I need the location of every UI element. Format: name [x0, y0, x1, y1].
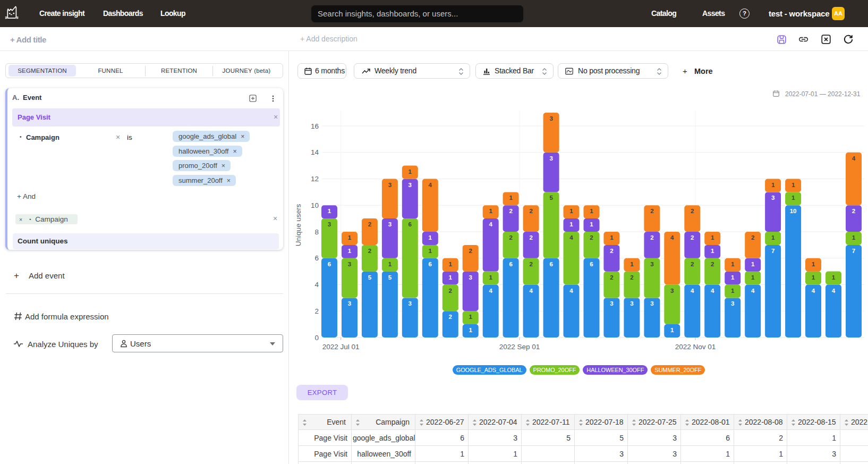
svg-text:3: 3	[731, 300, 734, 307]
svg-text:1: 1	[852, 234, 856, 241]
svg-text:2: 2	[529, 261, 532, 267]
svg-text:1: 1	[449, 261, 453, 267]
svg-text:1: 1	[409, 168, 412, 175]
svg-text:1: 1	[388, 261, 392, 267]
svg-text:3: 3	[348, 261, 351, 267]
svg-text:2: 2	[610, 248, 613, 254]
svg-text:1: 1	[711, 248, 714, 254]
svg-text:6: 6	[509, 261, 512, 267]
svg-text:1: 1	[751, 261, 755, 267]
svg-text:3: 3	[630, 300, 633, 307]
svg-text:1: 1	[569, 208, 573, 214]
svg-text:6: 6	[328, 261, 331, 267]
svg-text:10: 10	[790, 208, 797, 214]
svg-text:1: 1	[469, 314, 472, 320]
svg-text:2: 2	[509, 234, 512, 241]
svg-text:4: 4	[429, 182, 432, 188]
svg-text:4: 4	[569, 234, 573, 241]
svg-text:4: 4	[751, 288, 755, 294]
svg-text:6: 6	[590, 261, 593, 267]
svg-text:4: 4	[691, 288, 694, 294]
svg-text:1: 1	[489, 208, 492, 214]
svg-text:1: 1	[751, 274, 755, 281]
svg-text:0: 0	[314, 334, 319, 342]
svg-text:4: 4	[529, 288, 533, 294]
svg-text:2022 Nov 01: 2022 Nov 01	[675, 343, 716, 351]
svg-text:4: 4	[812, 288, 815, 294]
svg-text:1: 1	[731, 261, 735, 267]
svg-text:1: 1	[509, 195, 513, 201]
svg-text:3: 3	[771, 195, 775, 201]
svg-text:2: 2	[691, 261, 694, 267]
svg-text:4: 4	[832, 288, 836, 294]
svg-text:3: 3	[610, 300, 613, 307]
svg-text:1: 1	[711, 234, 714, 241]
svg-text:3: 3	[328, 221, 331, 227]
svg-text:1: 1	[469, 327, 472, 333]
svg-text:4: 4	[711, 288, 714, 294]
svg-text:4: 4	[489, 288, 492, 294]
svg-text:1: 1	[449, 274, 453, 281]
svg-text:5: 5	[388, 274, 392, 281]
svg-text:2: 2	[691, 234, 694, 241]
svg-text:6: 6	[549, 261, 552, 267]
svg-text:2: 2	[650, 208, 653, 214]
svg-text:1: 1	[489, 274, 492, 281]
svg-text:7: 7	[852, 248, 855, 254]
svg-text:1: 1	[792, 195, 795, 201]
svg-text:2022 Sep 01: 2022 Sep 01	[499, 343, 540, 351]
svg-text:2: 2	[711, 261, 714, 267]
svg-text:1: 1	[348, 234, 352, 241]
svg-text:7: 7	[771, 248, 775, 254]
svg-text:1: 1	[590, 221, 593, 227]
svg-text:5: 5	[368, 274, 372, 281]
svg-text:2: 2	[509, 208, 512, 214]
svg-text:2: 2	[529, 208, 532, 214]
svg-text:1: 1	[771, 182, 775, 188]
svg-text:1: 1	[670, 327, 674, 333]
svg-text:4: 4	[670, 234, 674, 241]
svg-text:6: 6	[314, 254, 319, 262]
svg-text:2: 2	[449, 314, 452, 320]
svg-text:2: 2	[650, 234, 653, 241]
svg-text:3: 3	[650, 300, 653, 307]
svg-text:4: 4	[852, 155, 856, 162]
svg-text:2: 2	[314, 307, 319, 315]
svg-text:3: 3	[348, 300, 351, 307]
svg-text:1: 1	[731, 274, 735, 281]
svg-text:1: 1	[328, 208, 331, 214]
svg-text:3: 3	[549, 155, 552, 162]
svg-text:2: 2	[368, 248, 371, 254]
svg-text:6: 6	[429, 261, 432, 267]
svg-text:2: 2	[590, 234, 593, 241]
svg-text:1: 1	[812, 261, 815, 267]
svg-text:2: 2	[368, 221, 371, 227]
svg-text:3: 3	[670, 288, 674, 294]
svg-text:2: 2	[610, 274, 613, 281]
svg-text:3: 3	[549, 115, 552, 122]
svg-text:1: 1	[590, 208, 593, 214]
svg-text:2: 2	[449, 288, 452, 294]
svg-text:Unique users: Unique users	[294, 204, 302, 247]
svg-text:4: 4	[569, 288, 573, 294]
svg-text:1: 1	[832, 274, 836, 281]
svg-text:3: 3	[409, 300, 412, 307]
svg-text:2: 2	[751, 234, 754, 241]
svg-text:2022 Jul 01: 2022 Jul 01	[322, 343, 360, 351]
svg-text:2: 2	[469, 248, 472, 254]
svg-text:16: 16	[311, 122, 319, 130]
svg-text:1: 1	[630, 261, 634, 267]
svg-text:2: 2	[529, 234, 532, 241]
svg-text:14: 14	[311, 148, 319, 156]
svg-text:1: 1	[610, 234, 614, 241]
svg-text:3: 3	[388, 182, 392, 188]
svg-text:8: 8	[314, 228, 319, 236]
svg-text:2: 2	[630, 274, 633, 281]
svg-text:1: 1	[348, 248, 352, 254]
svg-text:2: 2	[691, 208, 694, 214]
svg-text:4: 4	[314, 281, 319, 289]
svg-text:1: 1	[792, 182, 795, 188]
svg-text:2: 2	[852, 208, 855, 214]
svg-text:1: 1	[429, 248, 432, 254]
svg-text:1: 1	[429, 234, 432, 241]
